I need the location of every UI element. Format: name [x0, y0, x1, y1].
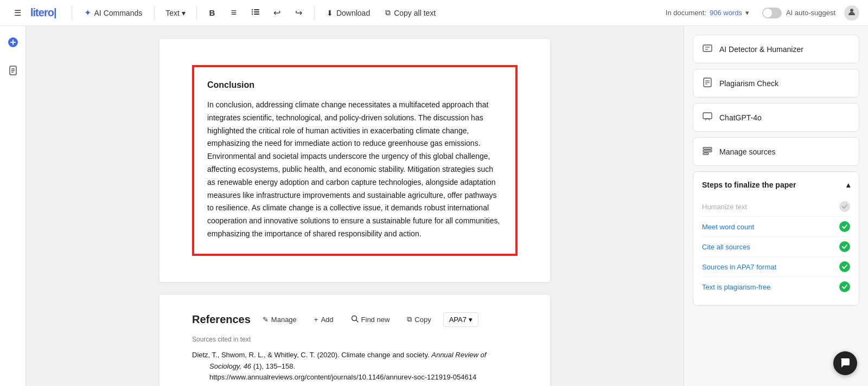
manage-button[interactable]: ✎ Manage — [257, 313, 302, 326]
step-humanize-text-check — [839, 201, 850, 212]
menu-button[interactable]: ☰ — [9, 4, 26, 22]
steps-collapse-icon[interactable]: ▴ — [846, 181, 850, 189]
word-count-link[interactable]: 906 words — [710, 9, 742, 17]
align-button[interactable]: ≡ — [225, 4, 242, 22]
word-count-dropdown-icon[interactable]: ▾ — [745, 9, 749, 17]
step-cite-all-sources: Cite all sources — [702, 237, 850, 257]
svg-point-5 — [252, 14, 253, 15]
add-button[interactable]: + Add — [309, 313, 339, 326]
redo-button[interactable]: ↪ — [290, 4, 308, 22]
sources-label: Sources cited in text — [192, 336, 518, 343]
plagiarism-check-button[interactable]: Plagiarism Check — [693, 69, 859, 98]
svg-rect-0 — [254, 9, 259, 10]
chatgpt-button[interactable]: ChatGPT-4o — [693, 103, 859, 132]
steps-panel: Steps to finalize the paper ▴ Humanize t… — [693, 171, 859, 306]
download-label: Download — [336, 9, 370, 17]
sidebar-add-button[interactable] — [3, 33, 23, 52]
copy-ref-label: Copy — [414, 316, 431, 324]
svg-rect-24 — [703, 147, 712, 149]
divider-3 — [196, 7, 197, 20]
manage-label: Manage — [271, 316, 297, 324]
step-plagiarism-free-check — [839, 281, 850, 292]
divider-1 — [72, 7, 72, 20]
find-new-label: Find new — [361, 316, 390, 324]
list-icon — [251, 8, 260, 18]
ai-autosuggest-toggle[interactable] — [762, 8, 782, 18]
references-title: References — [192, 313, 251, 326]
word-count-prefix: In document: — [666, 9, 706, 17]
bold-icon: B — [209, 8, 215, 17]
plagiarism-icon — [702, 77, 713, 89]
right-sidebar: AI Detector & Humanizer Plagiarism Check — [684, 26, 868, 386]
references-section: References ✎ Manage + Add — [159, 295, 550, 386]
redo-icon: ↪ — [295, 8, 302, 18]
manage-sources-button[interactable]: Manage sources — [693, 137, 859, 166]
ai-commands-star-icon: ✦ — [84, 8, 91, 18]
add-label: Add — [321, 316, 333, 324]
toggle-knob — [763, 9, 772, 17]
apa7-chevron-down-icon: ▾ — [469, 316, 473, 324]
find-new-button[interactable]: Find new — [346, 312, 395, 327]
divider-2 — [154, 7, 155, 20]
ai-commands-button[interactable]: ✦ AI Commands — [79, 4, 148, 21]
download-icon: ⬇ — [327, 9, 333, 17]
step-plagiarism-free: Text is plagiarism-free — [702, 277, 850, 297]
step-sources-apa7-label: Sources in APA7 format — [702, 263, 776, 271]
user-avatar[interactable] — [844, 5, 859, 21]
divider-4 — [314, 7, 315, 20]
logo: litero| — [30, 7, 56, 19]
text-dropdown-button[interactable]: Text ▾ — [161, 5, 190, 21]
step-meet-word-count: Meet word count — [702, 217, 850, 237]
step-cite-all-sources-check — [839, 241, 850, 252]
chatgpt-label: ChatGPT-4o — [719, 113, 762, 122]
undo-icon: ↩ — [273, 8, 280, 18]
user-icon — [847, 8, 856, 18]
sidebar-doc-icon[interactable] — [3, 61, 23, 80]
ai-detector-label: AI Detector & Humanizer — [719, 45, 803, 54]
chatgpt-icon — [702, 111, 713, 124]
citation-1-rest: (1), 135–158. — [253, 362, 295, 370]
svg-rect-26 — [703, 153, 709, 155]
svg-point-6 — [850, 9, 853, 12]
bold-button[interactable]: B — [203, 4, 221, 22]
step-humanize-text-label: Humanize text — [702, 203, 747, 211]
manage-sources-icon — [702, 145, 713, 158]
copy-references-button[interactable]: ⧉ Copy — [401, 312, 436, 326]
copy-all-icon: ⧉ — [385, 8, 391, 17]
step-humanize-text: Humanize text — [702, 197, 850, 217]
copy-all-text-button[interactable]: ⧉ Copy all text — [380, 5, 441, 21]
step-plagiarism-free-label: Text is plagiarism-free — [702, 283, 770, 291]
svg-rect-16 — [703, 45, 712, 52]
ai-autosuggest-label: AI auto-suggest — [786, 9, 835, 17]
ai-commands-label: AI Commands — [94, 9, 143, 17]
edit-pencil-icon: ✎ — [263, 316, 269, 324]
download-button[interactable]: ⬇ Download — [321, 5, 375, 21]
plagiarism-label: Plagiarism Check — [719, 79, 778, 88]
top-bar: ☰ litero| ✦ AI Commands Text ▾ B ≡ — [0, 0, 868, 26]
highlighted-conclusion-section: Conclusion In conclusion, addressing cli… — [192, 65, 518, 256]
text-dropdown-label: Text — [165, 9, 180, 17]
document-card: Conclusion In conclusion, addressing cli… — [159, 39, 550, 282]
left-sidebar — [0, 26, 26, 386]
svg-line-15 — [356, 320, 358, 322]
undo-button[interactable]: ↩ — [269, 4, 286, 22]
editor-area: Conclusion In conclusion, addressing cli… — [26, 26, 684, 386]
svg-rect-1 — [254, 11, 259, 12]
step-meet-word-count-check — [839, 221, 850, 232]
conclusion-body[interactable]: In conclusion, addressing climate change… — [207, 99, 502, 241]
svg-rect-25 — [703, 150, 712, 152]
steps-title: Steps to finalize the paper — [702, 181, 796, 189]
svg-point-3 — [252, 9, 253, 10]
ai-detector-button[interactable]: AI Detector & Humanizer — [693, 35, 859, 63]
apa7-style-button[interactable]: APA7 ▾ — [443, 312, 478, 327]
citation-1-plain: Dietz, T., Shwom, R. L., & Whitley, C. T… — [192, 351, 430, 359]
copy-ref-icon: ⧉ — [407, 315, 412, 324]
copy-all-label: Copy all text — [394, 9, 436, 17]
word-count-area: In document: 906 words ▾ — [666, 9, 749, 17]
main-area: Conclusion In conclusion, addressing cli… — [0, 26, 868, 386]
step-cite-all-sources-label: Cite all sources — [702, 243, 750, 251]
search-icon — [351, 315, 359, 324]
list-button[interactable] — [247, 4, 264, 22]
chat-bubble-button[interactable] — [833, 351, 857, 375]
steps-header: Steps to finalize the paper ▴ — [702, 181, 850, 189]
